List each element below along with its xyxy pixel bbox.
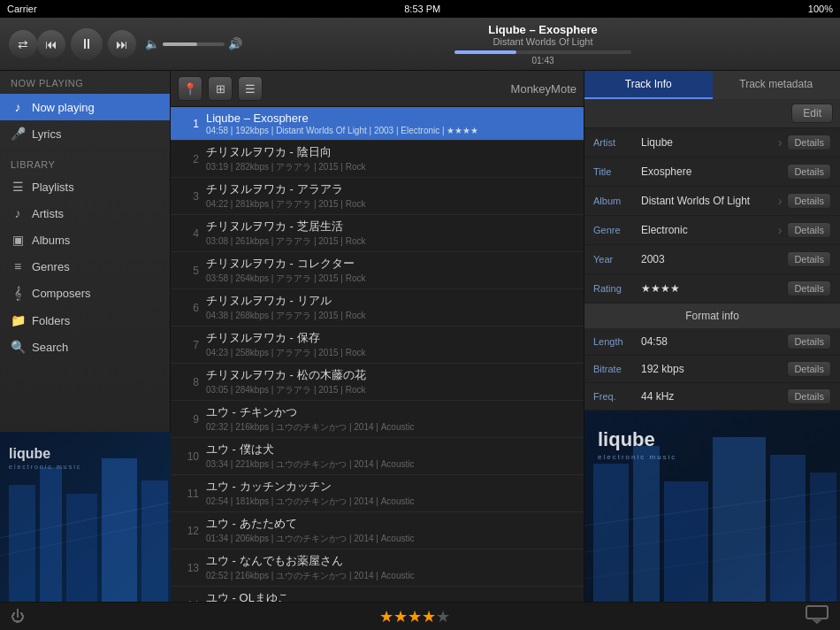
meta-row: Genre Electronic › Details <box>584 216 840 245</box>
shuffle-button[interactable]: ⇄ <box>9 30 37 58</box>
track-row[interactable]: 8 チリヌルヲワカ - 松の木藤の花 03:05 | 284kbps | アラア… <box>171 364 584 401</box>
track-row[interactable]: 10 ユウ - 僕は犬 03:34 | 221kbps | ユウのチキンかつ |… <box>171 438 584 475</box>
svg-rect-3 <box>66 494 97 603</box>
track-details: ユウ - なんでもお薬屋さん 02:52 | 216kbps | ユウのチキンか… <box>206 553 577 582</box>
format-value: 04:58 <box>641 335 782 348</box>
list-view-button[interactable]: ☰ <box>238 76 263 101</box>
sidebar-item-genres[interactable]: ≡ Genres <box>0 253 170 280</box>
track-row[interactable]: 4 チリヌルヲワカ - 芝居生活 03:08 | 261kbps | アラアラ … <box>171 215 584 252</box>
svg-rect-5 <box>141 480 168 603</box>
tab-track-metadata[interactable]: Track metadata <box>713 71 841 99</box>
grid-view-button[interactable]: ⊞ <box>208 76 233 101</box>
track-row[interactable]: 6 チリヌルヲワカ - リアル 04:38 | 268kbps | アラアラ |… <box>171 289 584 327</box>
sidebar-item-genres-label: Genres <box>32 260 70 273</box>
svg-rect-22 <box>806 606 828 618</box>
format-value: 192 kbps <box>641 363 782 375</box>
format-value: 44 kHz <box>641 390 782 403</box>
meta-detail-button[interactable]: Details <box>787 222 831 238</box>
meta-label: Year <box>593 254 636 265</box>
track-details: ユウ - チキンかつ 02:32 | 216kbps | ユウのチキンかつ | … <box>206 404 577 434</box>
format-detail-button[interactable]: Details <box>787 388 831 404</box>
location-button[interactable]: 📍 <box>178 76 202 101</box>
edit-button[interactable]: Edit <box>791 104 833 123</box>
meta-arrow: › <box>778 135 783 150</box>
sidebar-item-lyrics[interactable]: 🎤 Lyrics <box>0 120 170 147</box>
right-panel-content: Edit Artist Liqube › Details Title Exosp… <box>584 99 840 630</box>
sidebar-item-folders[interactable]: 📁 Folders <box>0 307 170 334</box>
track-details: ユウ - 僕は犬 03:34 | 221kbps | ユウのチキンかつ | 20… <box>206 442 577 471</box>
svg-text:electronic music: electronic music <box>9 464 81 470</box>
track-row[interactable]: 2 チリヌルヲワカ - 陰日向 03:19 | 282kbps | アラアラ |… <box>171 141 584 178</box>
player-controls: ⏮ ⏸ ⏭ <box>37 28 136 60</box>
track-row[interactable]: 9 ユウ - チキンかつ 02:32 | 216kbps | ユウのチキンかつ … <box>171 401 584 438</box>
playlists-icon: ☰ <box>11 180 25 194</box>
track-title: チリヌルヲワカ - リアル <box>206 293 577 309</box>
track-number: 11 <box>178 488 199 500</box>
meta-detail-button[interactable]: Details <box>787 164 831 180</box>
sidebar-item-albums[interactable]: ▣ Albums <box>0 227 170 253</box>
track-row[interactable]: 5 チリヌルヲワカ - コレクター 03:58 | 264kbps | アラアラ… <box>171 252 584 289</box>
track-title: チリヌルヲワカ - アラアラ <box>206 181 577 197</box>
track-details: チリヌルヲワカ - 保存 04:23 | 258kbps | アラアラ | 20… <box>206 330 577 359</box>
track-details: チリヌルヲワカ - 芝居生活 03:08 | 261kbps | アラアラ | … <box>206 219 577 248</box>
track-info-center: Liqube – Exosphere Distant Worlds Of Lig… <box>255 23 831 65</box>
main-layout: Now playing ♪ Now playing 🎤 Lyrics Libra… <box>0 71 840 630</box>
sidebar-item-now-playing-label: Now playing <box>32 101 95 114</box>
power-icon[interactable]: ⏻ <box>11 609 25 625</box>
track-row[interactable]: 1 Liqube – Exosphere 04:58 | 192kbps | D… <box>171 107 584 141</box>
battery-label: 100% <box>808 4 833 14</box>
sidebar-item-artists[interactable]: ♪ Artists <box>0 200 170 227</box>
meta-detail-button[interactable]: Details <box>787 251 831 267</box>
right-album-art: liqube electronic music <box>584 411 840 623</box>
meta-detail-button[interactable]: Details <box>787 134 831 150</box>
track-row[interactable]: 7 チリヌルヲワカ - 保存 04:23 | 258kbps | アラアラ | … <box>171 327 584 364</box>
track-row[interactable]: 3 チリヌルヲワカ - アラアラ 04:22 | 281kbps | アラアラ … <box>171 178 584 215</box>
right-panel: Track Info Track metadata Edit Artist Li… <box>584 71 840 630</box>
next-button[interactable]: ⏭ <box>108 30 136 58</box>
airplay-icon[interactable] <box>805 604 829 628</box>
play-pause-button[interactable]: ⏸ <box>71 28 103 60</box>
svg-text:liqube: liqube <box>598 428 655 450</box>
svg-rect-16 <box>810 472 836 623</box>
sidebar-item-search-label: Search <box>32 341 68 354</box>
meta-row: Title Exosphere Details <box>584 158 840 187</box>
track-meta: 02:54 | 181kbps | ユウのチキンかつ | 2014 | Acou… <box>206 496 577 508</box>
now-playing-icon: ♪ <box>11 100 25 114</box>
format-detail-button[interactable]: Details <box>787 334 831 350</box>
track-number: 9 <box>178 413 199 426</box>
svg-text:electronic music: electronic music <box>598 453 676 461</box>
bottom-bar: ⏻ ★★★★★ <box>0 602 840 630</box>
sidebar-item-composers[interactable]: 𝄞 Composers <box>0 280 170 307</box>
carrier-label: Carrier <box>7 4 37 14</box>
track-details: ユウ - カッチンカッチン 02:54 | 181kbps | ユウのチキンかつ… <box>206 479 577 508</box>
track-meta: 03:19 | 282kbps | アラアラ | 2015 | Rock <box>206 161 577 173</box>
meta-detail-button[interactable]: Details <box>787 280 831 296</box>
track-list: 1 Liqube – Exosphere 04:58 | 192kbps | D… <box>171 107 584 630</box>
player-bar: ⇄ ⏮ ⏸ ⏭ 🔈 🔊 Liqube – Exosphere Distant W… <box>0 18 840 71</box>
sidebar-item-playlists[interactable]: ☰ Playlists <box>0 173 170 200</box>
bottom-star-rating[interactable]: ★★★★★ <box>379 607 450 626</box>
time-display: 8:53 PM <box>404 4 440 14</box>
search-icon: 🔍 <box>11 340 25 354</box>
track-number: 10 <box>178 450 199 463</box>
meta-detail-button[interactable]: Details <box>787 193 831 209</box>
sidebar-item-now-playing[interactable]: ♪ Now playing <box>0 94 170 120</box>
track-details: チリヌルヲワカ - 松の木藤の花 03:05 | 284kbps | アラアラ … <box>206 367 577 396</box>
track-title: ユウ - 僕は犬 <box>206 442 577 457</box>
svg-rect-12 <box>633 446 660 623</box>
track-row[interactable]: 13 ユウ - なんでもお薬屋さん 02:52 | 216kbps | ユウのチ… <box>171 549 584 587</box>
format-detail-button[interactable]: Details <box>787 361 831 377</box>
volume-slider[interactable] <box>163 42 225 46</box>
meta-label: Title <box>593 166 636 177</box>
track-row[interactable]: 11 ユウ - カッチンカッチン 02:54 | 181kbps | ユウのチキ… <box>171 475 584 512</box>
track-row[interactable]: 12 ユウ - あたためて 01:34 | 206kbps | ユウのチキンかつ… <box>171 512 584 549</box>
progress-bar[interactable] <box>454 50 631 54</box>
svg-rect-11 <box>593 464 629 623</box>
prev-button[interactable]: ⏮ <box>37 30 65 58</box>
tab-track-info[interactable]: Track Info <box>584 71 713 99</box>
sidebar-item-search[interactable]: 🔍 Search <box>0 334 170 360</box>
time-display: 01:43 <box>531 56 554 65</box>
meta-row: Artist Liqube › Details <box>584 128 840 158</box>
format-label: Length <box>593 336 636 347</box>
track-number: 13 <box>178 562 199 574</box>
